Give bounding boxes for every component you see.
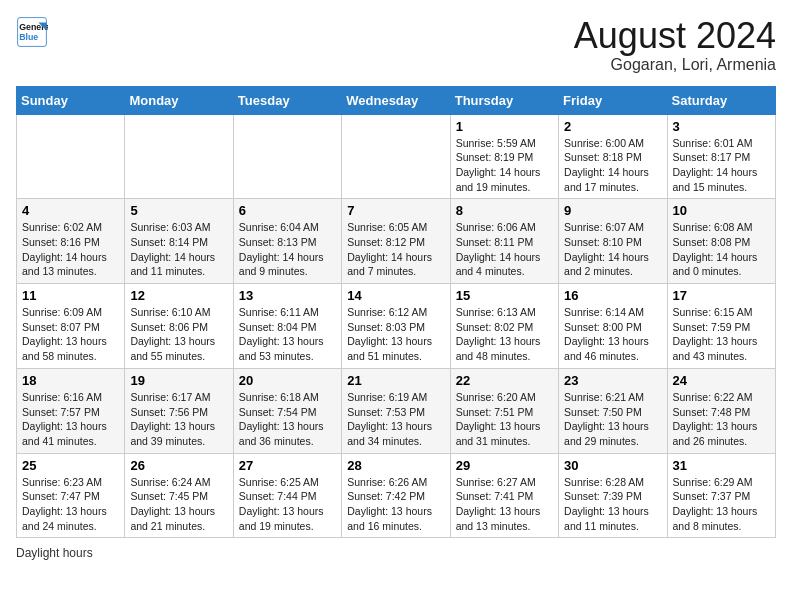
page-subtitle: Gogaran, Lori, Armenia <box>574 56 776 74</box>
day-number: 7 <box>347 203 444 218</box>
day-number: 26 <box>130 458 227 473</box>
day-number: 5 <box>130 203 227 218</box>
day-info: Sunrise: 6:14 AMSunset: 8:00 PMDaylight:… <box>564 305 661 364</box>
day-number: 4 <box>22 203 119 218</box>
weekday-header: Tuesday <box>233 86 341 114</box>
weekday-row: SundayMondayTuesdayWednesdayThursdayFrid… <box>17 86 776 114</box>
day-info: Sunrise: 6:23 AMSunset: 7:47 PMDaylight:… <box>22 475 119 534</box>
day-info: Sunrise: 6:11 AMSunset: 8:04 PMDaylight:… <box>239 305 336 364</box>
calendar-cell: 6Sunrise: 6:04 AMSunset: 8:13 PMDaylight… <box>233 199 341 284</box>
day-info: Sunrise: 6:06 AMSunset: 8:11 PMDaylight:… <box>456 220 553 279</box>
calendar-cell: 10Sunrise: 6:08 AMSunset: 8:08 PMDayligh… <box>667 199 775 284</box>
weekday-header: Thursday <box>450 86 558 114</box>
footer-note: Daylight hours <box>16 546 776 560</box>
calendar-cell <box>342 114 450 199</box>
calendar-cell <box>125 114 233 199</box>
weekday-header: Wednesday <box>342 86 450 114</box>
logo-icon: General Blue <box>16 16 48 48</box>
day-info: Sunrise: 6:17 AMSunset: 7:56 PMDaylight:… <box>130 390 227 449</box>
day-info: Sunrise: 5:59 AMSunset: 8:19 PMDaylight:… <box>456 136 553 195</box>
day-number: 23 <box>564 373 661 388</box>
calendar-cell: 2Sunrise: 6:00 AMSunset: 8:18 PMDaylight… <box>559 114 667 199</box>
logo: General Blue General Blue <box>16 16 48 48</box>
day-number: 1 <box>456 119 553 134</box>
day-info: Sunrise: 6:00 AMSunset: 8:18 PMDaylight:… <box>564 136 661 195</box>
day-info: Sunrise: 6:19 AMSunset: 7:53 PMDaylight:… <box>347 390 444 449</box>
calendar-table: SundayMondayTuesdayWednesdayThursdayFrid… <box>16 86 776 539</box>
page-header: General Blue General Blue August 2024 Go… <box>16 16 776 74</box>
day-number: 18 <box>22 373 119 388</box>
day-info: Sunrise: 6:15 AMSunset: 7:59 PMDaylight:… <box>673 305 770 364</box>
day-number: 8 <box>456 203 553 218</box>
calendar-cell: 17Sunrise: 6:15 AMSunset: 7:59 PMDayligh… <box>667 284 775 369</box>
page-title: August 2024 <box>574 16 776 56</box>
day-number: 24 <box>673 373 770 388</box>
calendar-cell: 29Sunrise: 6:27 AMSunset: 7:41 PMDayligh… <box>450 453 558 538</box>
calendar-cell: 15Sunrise: 6:13 AMSunset: 8:02 PMDayligh… <box>450 284 558 369</box>
calendar-body: 1Sunrise: 5:59 AMSunset: 8:19 PMDaylight… <box>17 114 776 538</box>
calendar-cell: 22Sunrise: 6:20 AMSunset: 7:51 PMDayligh… <box>450 368 558 453</box>
calendar-cell: 28Sunrise: 6:26 AMSunset: 7:42 PMDayligh… <box>342 453 450 538</box>
day-info: Sunrise: 6:05 AMSunset: 8:12 PMDaylight:… <box>347 220 444 279</box>
calendar-week-row: 25Sunrise: 6:23 AMSunset: 7:47 PMDayligh… <box>17 453 776 538</box>
day-number: 29 <box>456 458 553 473</box>
calendar-cell <box>233 114 341 199</box>
calendar-cell: 31Sunrise: 6:29 AMSunset: 7:37 PMDayligh… <box>667 453 775 538</box>
day-number: 22 <box>456 373 553 388</box>
day-number: 13 <box>239 288 336 303</box>
calendar-cell: 5Sunrise: 6:03 AMSunset: 8:14 PMDaylight… <box>125 199 233 284</box>
day-number: 25 <box>22 458 119 473</box>
day-info: Sunrise: 6:26 AMSunset: 7:42 PMDaylight:… <box>347 475 444 534</box>
calendar-week-row: 1Sunrise: 5:59 AMSunset: 8:19 PMDaylight… <box>17 114 776 199</box>
day-info: Sunrise: 6:22 AMSunset: 7:48 PMDaylight:… <box>673 390 770 449</box>
calendar-cell <box>17 114 125 199</box>
day-number: 16 <box>564 288 661 303</box>
day-number: 10 <box>673 203 770 218</box>
day-info: Sunrise: 6:09 AMSunset: 8:07 PMDaylight:… <box>22 305 119 364</box>
day-info: Sunrise: 6:29 AMSunset: 7:37 PMDaylight:… <box>673 475 770 534</box>
day-info: Sunrise: 6:12 AMSunset: 8:03 PMDaylight:… <box>347 305 444 364</box>
calendar-cell: 26Sunrise: 6:24 AMSunset: 7:45 PMDayligh… <box>125 453 233 538</box>
day-number: 20 <box>239 373 336 388</box>
day-number: 11 <box>22 288 119 303</box>
calendar-week-row: 4Sunrise: 6:02 AMSunset: 8:16 PMDaylight… <box>17 199 776 284</box>
calendar-cell: 7Sunrise: 6:05 AMSunset: 8:12 PMDaylight… <box>342 199 450 284</box>
calendar-cell: 25Sunrise: 6:23 AMSunset: 7:47 PMDayligh… <box>17 453 125 538</box>
day-info: Sunrise: 6:08 AMSunset: 8:08 PMDaylight:… <box>673 220 770 279</box>
calendar-week-row: 11Sunrise: 6:09 AMSunset: 8:07 PMDayligh… <box>17 284 776 369</box>
day-info: Sunrise: 6:02 AMSunset: 8:16 PMDaylight:… <box>22 220 119 279</box>
weekday-header: Saturday <box>667 86 775 114</box>
day-number: 27 <box>239 458 336 473</box>
day-info: Sunrise: 6:24 AMSunset: 7:45 PMDaylight:… <box>130 475 227 534</box>
calendar-cell: 3Sunrise: 6:01 AMSunset: 8:17 PMDaylight… <box>667 114 775 199</box>
day-info: Sunrise: 6:04 AMSunset: 8:13 PMDaylight:… <box>239 220 336 279</box>
day-info: Sunrise: 6:03 AMSunset: 8:14 PMDaylight:… <box>130 220 227 279</box>
weekday-header: Friday <box>559 86 667 114</box>
day-info: Sunrise: 6:16 AMSunset: 7:57 PMDaylight:… <box>22 390 119 449</box>
calendar-cell: 13Sunrise: 6:11 AMSunset: 8:04 PMDayligh… <box>233 284 341 369</box>
day-number: 31 <box>673 458 770 473</box>
calendar-cell: 14Sunrise: 6:12 AMSunset: 8:03 PMDayligh… <box>342 284 450 369</box>
day-number: 9 <box>564 203 661 218</box>
day-info: Sunrise: 6:10 AMSunset: 8:06 PMDaylight:… <box>130 305 227 364</box>
day-number: 21 <box>347 373 444 388</box>
day-number: 2 <box>564 119 661 134</box>
calendar-cell: 11Sunrise: 6:09 AMSunset: 8:07 PMDayligh… <box>17 284 125 369</box>
calendar-cell: 21Sunrise: 6:19 AMSunset: 7:53 PMDayligh… <box>342 368 450 453</box>
day-info: Sunrise: 6:21 AMSunset: 7:50 PMDaylight:… <box>564 390 661 449</box>
calendar-cell: 30Sunrise: 6:28 AMSunset: 7:39 PMDayligh… <box>559 453 667 538</box>
day-info: Sunrise: 6:28 AMSunset: 7:39 PMDaylight:… <box>564 475 661 534</box>
calendar-cell: 20Sunrise: 6:18 AMSunset: 7:54 PMDayligh… <box>233 368 341 453</box>
weekday-header: Monday <box>125 86 233 114</box>
title-block: August 2024 Gogaran, Lori, Armenia <box>574 16 776 74</box>
calendar-week-row: 18Sunrise: 6:16 AMSunset: 7:57 PMDayligh… <box>17 368 776 453</box>
weekday-header: Sunday <box>17 86 125 114</box>
calendar-cell: 12Sunrise: 6:10 AMSunset: 8:06 PMDayligh… <box>125 284 233 369</box>
day-info: Sunrise: 6:20 AMSunset: 7:51 PMDaylight:… <box>456 390 553 449</box>
day-number: 19 <box>130 373 227 388</box>
day-info: Sunrise: 6:07 AMSunset: 8:10 PMDaylight:… <box>564 220 661 279</box>
calendar-cell: 16Sunrise: 6:14 AMSunset: 8:00 PMDayligh… <box>559 284 667 369</box>
calendar-cell: 8Sunrise: 6:06 AMSunset: 8:11 PMDaylight… <box>450 199 558 284</box>
day-number: 3 <box>673 119 770 134</box>
calendar-cell: 4Sunrise: 6:02 AMSunset: 8:16 PMDaylight… <box>17 199 125 284</box>
